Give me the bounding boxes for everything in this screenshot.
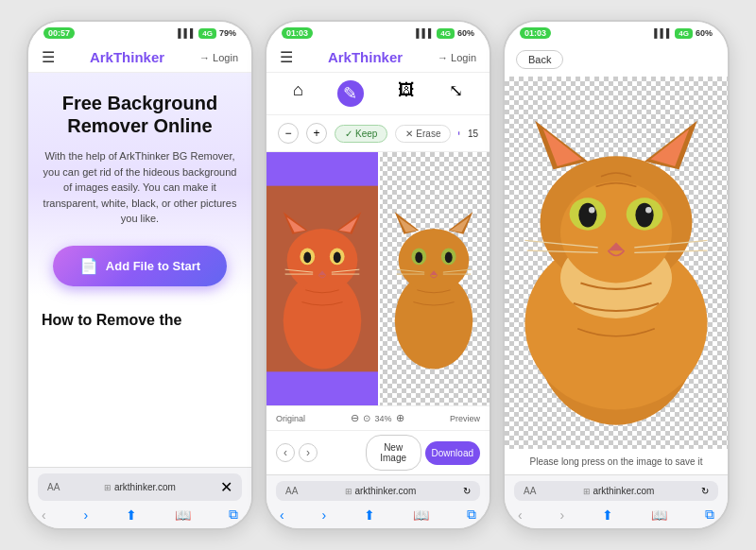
refresh-icon-3[interactable]: ↻ <box>701 486 709 496</box>
back-nav-icon-2[interactable]: ‹ <box>280 507 284 523</box>
share-icon-2[interactable]: ⬆ <box>364 507 375 523</box>
hamburger-icon-1[interactable]: ☰ <box>42 48 55 66</box>
how-to-1: How to Remove the <box>28 296 251 335</box>
editor-divider <box>378 152 380 405</box>
url-text-3: ⊞ arkthinker.com <box>583 486 655 496</box>
tabs-icon-3[interactable]: ⧉ <box>705 507 714 523</box>
editor-left <box>266 152 378 405</box>
editor-right <box>378 152 490 405</box>
right-icons-2: ▌▌▌ 4G 60% <box>416 28 474 39</box>
erase-button[interactable]: ✕ Erase <box>395 125 451 143</box>
url-bar-3[interactable]: AA ⊞ arkthinker.com ↻ <box>514 481 718 501</box>
cat-preview-svg <box>378 152 490 405</box>
login-icon-1: → <box>199 52 210 63</box>
refresh-icon-2[interactable]: ↻ <box>463 486 471 496</box>
logo-2: ArkThinker <box>328 49 403 65</box>
download-button[interactable]: Download <box>425 441 480 465</box>
forward-nav-icon-1[interactable]: › <box>84 507 89 523</box>
original-label: Original <box>276 414 305 423</box>
home-tool-icon[interactable]: ⌂ <box>293 80 303 107</box>
how-to-title-1: How to Remove the <box>42 311 238 329</box>
forward-nav-icon-3[interactable]: › <box>560 507 565 523</box>
back-nav-icon-1[interactable]: ‹ <box>42 507 46 523</box>
brush-plus-btn[interactable]: + <box>306 123 327 144</box>
bookmarks-icon-3[interactable]: 📖 <box>651 507 667 523</box>
hamburger-icon-2[interactable]: ☰ <box>280 48 293 66</box>
erase-icon: ✕ <box>405 129 413 139</box>
signal-icon-1: ▌▌▌ <box>178 28 196 38</box>
nav-bar-2: ☰ ArkThinker → Login <box>266 43 490 73</box>
time-3: 01:03 <box>520 27 551 39</box>
signal-badge-2: 4G <box>437 28 455 39</box>
tabs-icon-2[interactable]: ⧉ <box>467 507 476 523</box>
signal-badge-3: 4G <box>675 28 693 39</box>
signal-icon-3: ▌▌▌ <box>654 28 672 38</box>
share-icon-3[interactable]: ⬆ <box>602 507 613 523</box>
tabs-icon-1[interactable]: ⧉ <box>229 507 238 523</box>
prev-icon[interactable]: ‹ <box>276 443 295 462</box>
browser-nav-1: ‹ › ⬆ 📖 ⧉ <box>38 507 242 523</box>
back-nav-icon-3[interactable]: ‹ <box>518 507 523 523</box>
next-icon[interactable]: › <box>299 443 318 462</box>
status-bar-2: 01:03 ▌▌▌ 4G 60% <box>266 22 490 43</box>
brush-minus-btn[interactable]: − <box>278 123 299 144</box>
add-file-label: Add File to Start <box>106 259 200 273</box>
bookmarks-icon-1[interactable]: 📖 <box>175 507 191 523</box>
forward-nav-icon-2[interactable]: › <box>322 507 327 523</box>
editor-bottom: Original ⊖ ⊙ 34% ⊕ Preview <box>266 405 490 430</box>
svg-point-42 <box>578 203 596 228</box>
svg-point-35 <box>560 181 672 283</box>
logo-thinker-1: Thinker <box>113 49 164 65</box>
share-icon-1[interactable]: ⬆ <box>126 507 137 523</box>
login-btn-2[interactable]: → Login <box>438 52 476 63</box>
login-icon-2: → <box>438 52 448 63</box>
phone-3: 01:03 ▌▌▌ 4G 60% Back <box>503 20 730 530</box>
logo-1: ArkThinker <box>90 49 164 65</box>
browser-nav-3: ‹ › ⬆ 📖 ⧉ <box>514 507 718 523</box>
zoom-in-icon[interactable]: ⊕ <box>396 412 404 424</box>
zoom-out-icon[interactable]: ⊖ <box>351 412 359 424</box>
signal-badge-1: 4G <box>198 28 216 39</box>
back-btn-bar: Back <box>505 43 728 77</box>
battery-3: 60% <box>696 28 713 38</box>
bookmarks-icon-2[interactable]: 📖 <box>413 507 429 523</box>
keep-button[interactable]: ✓ Keep <box>335 125 387 143</box>
time-1: 00:57 <box>43 27 75 39</box>
login-btn-1[interactable]: → Login <box>199 52 238 63</box>
cat-result-svg <box>505 77 728 449</box>
new-image-button[interactable]: New Image <box>366 435 421 471</box>
url-bar-2[interactable]: AA ⊞ arkthinker.com ↻ <box>276 481 480 501</box>
browser-bar-1: AA ⊞ arkthinker.com ✕ ‹ › ⬆ 📖 ⧉ <box>28 467 251 528</box>
keep-label: Keep <box>355 129 377 139</box>
preview-label: Preview <box>450 414 480 423</box>
url-text-1: ⊞ arkthinker.com <box>104 482 176 492</box>
signal-icon-2: ▌▌▌ <box>416 28 434 38</box>
brush-controls: − + ✓ Keep ✕ Erase 15 <box>266 115 490 152</box>
cat-original-svg <box>266 152 378 405</box>
browser-bar-2: AA ⊞ arkthinker.com ↻ ‹ › ⬆ 📖 ⧉ <box>266 474 490 528</box>
crop-tool-icon[interactable]: ⤡ <box>449 80 463 107</box>
browser-nav-2: ‹ › ⬆ 📖 ⧉ <box>276 507 480 523</box>
nav-bar-1: ☰ ArkThinker → Login <box>28 43 251 73</box>
svg-point-2 <box>287 229 358 292</box>
right-icons-1: ▌▌▌ 4G 79% <box>178 28 236 39</box>
browser-bar-3: AA ⊞ arkthinker.com ↻ ‹ › ⬆ 📖 ⧉ <box>505 474 728 528</box>
url-bar-1[interactable]: AA ⊞ arkthinker.com ✕ <box>38 473 242 501</box>
logo-ark-1: Ark <box>90 49 113 65</box>
brush-slider[interactable] <box>458 131 459 135</box>
brush-size: 15 <box>468 129 478 139</box>
description-1: With the help of ArkThinker BG Remover, … <box>42 148 238 227</box>
svg-point-17 <box>399 229 470 292</box>
zoom-controls: ⊖ ⊙ 34% ⊕ <box>351 412 404 424</box>
add-file-button[interactable]: 📄 Add File to Start <box>53 246 227 286</box>
erase-label: Erase <box>416 129 440 139</box>
time-2: 01:03 <box>282 27 313 39</box>
edit-tool-icon[interactable]: ✎ <box>337 80 364 107</box>
login-label-2: Login <box>451 52 476 63</box>
image-tool-icon[interactable]: 🖼 <box>398 80 415 107</box>
back-button[interactable]: Back <box>516 50 563 69</box>
svg-point-9 <box>303 251 311 263</box>
save-hint: Please long press on the image to save i… <box>505 449 728 474</box>
close-icon-1[interactable]: ✕ <box>220 478 232 496</box>
battery-1: 79% <box>219 28 236 38</box>
